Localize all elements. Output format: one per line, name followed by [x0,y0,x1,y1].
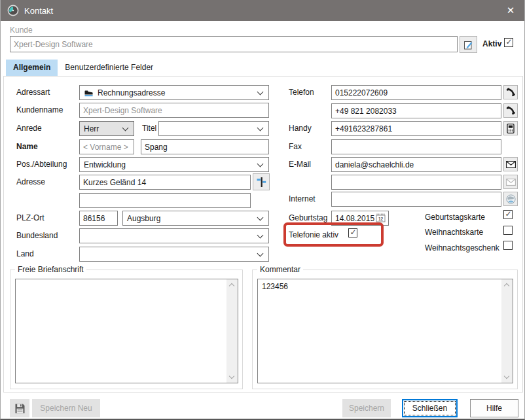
chevron-down-icon [257,125,264,131]
call-telefon1-button[interactable] [503,85,518,99]
kommentar-textarea[interactable]: 123456 [257,279,513,383]
kundenname-label: Kundenname [16,105,63,114]
briefanschrift-textarea[interactable] [15,279,238,383]
kontakt-dialog: Kontakt ✕ Kunde Aktiv Allgemein Benutzer… [0,0,525,420]
kundenname-input[interactable] [79,103,269,118]
plz-input[interactable] [79,211,118,226]
anrede-value: Herr [84,124,99,133]
chevron-down-icon [257,215,264,221]
phone-icon [505,87,516,97]
phone-icon [505,105,516,116]
signpost-icon [256,177,267,188]
chevron-down-icon [257,232,264,239]
svg-text:12: 12 [378,217,384,221]
weihnachtskarte-label: Weihnachtskarte [425,228,483,237]
scroll-down-icon [229,374,234,379]
close-icon[interactable]: ✕ [503,5,518,16]
speichern-button[interactable]: Speichern [342,399,391,417]
kunde-input[interactable] [10,36,458,52]
send-email2-button[interactable] [503,175,518,189]
anrede-label: Anrede [16,124,42,133]
kunde-label: Kunde [10,26,33,35]
schliessen-button[interactable]: Schließen [402,399,458,417]
adresse2-input[interactable] [79,193,251,208]
fax-input[interactable] [331,139,501,154]
call-handy-button[interactable] [503,121,518,135]
chevron-down-icon [257,89,264,96]
name-label: Name [16,142,38,151]
fax-label: Fax [289,142,302,151]
weihnachtsgeschenk-label: Weihnachtsgeschenk [425,243,499,253]
tab-allgemein[interactable]: Allgemein [6,60,58,76]
pos-abteilung-value: Entwicklung [84,160,126,169]
geburtstagskarte-label: Geburtstagskarte [425,213,485,222]
email-label: E-Mail [289,160,311,169]
kommentar-scrollbar[interactable] [501,279,513,383]
speichern-neu-button[interactable]: Speichern Neu [32,399,100,417]
save-icon-button[interactable] [10,399,29,417]
scroll-up-icon [229,283,234,289]
bundesland-label: Bundesland [16,231,58,240]
send-email1-button[interactable] [503,157,518,171]
adressart-value: Rechnungsadresse [98,88,165,97]
chevron-down-icon [257,161,264,167]
tab-benutzerdefinierte-felder[interactable]: Benutzerdefinierte Felder [58,60,160,76]
internet-input[interactable] [331,192,501,207]
handy-input[interactable] [331,121,501,136]
pos-abteilung-label: Pos./Abteilung [16,160,67,169]
mail-icon [506,161,516,168]
tab-strip: Allgemein Benutzerdefinierte Felder [6,60,160,76]
plz-ort-label: PLZ-Ort [16,213,45,222]
telefon1-input[interactable] [331,85,501,100]
titel-combo[interactable] [158,121,269,136]
edit-note-icon [463,39,474,50]
adresse-label: Adresse [16,177,45,186]
map-signpost-button[interactable] [253,173,270,190]
invoice-address-icon [84,88,94,97]
scroll-up-icon [504,283,509,289]
land-label: Land [16,249,34,258]
kommentar-group-title: Kommentar [257,265,303,274]
email1-input[interactable] [331,157,501,172]
weihnachtsgeschenk-checkbox[interactable] [503,241,513,250]
titlebar: Kontakt ✕ [1,0,524,21]
geburtstag-label: Geburtstag [289,213,327,222]
geburtstagskarte-checkbox[interactable] [503,210,513,219]
aktiv-label: Aktiv [482,39,501,48]
telefonie-aktiv-label: Telefonie aktiv [289,230,338,239]
app-clock-icon [7,5,19,16]
ort-combo[interactable]: Augsburg [122,211,269,226]
scroll-down-icon [504,374,509,379]
call-telefon2-button[interactable] [503,103,518,118]
aktiv-checkbox[interactable] [504,38,513,47]
window-title: Kontakt [24,6,53,16]
mail-icon [506,179,516,186]
open-website-button[interactable] [503,192,518,206]
edit-note-button[interactable] [460,36,477,53]
telefon2-input[interactable] [331,103,501,118]
adresse-input[interactable] [79,175,251,190]
adressart-label: Adressart [16,88,50,97]
weihnachtskarte-checkbox[interactable] [503,226,513,235]
vorname-input[interactable] [79,139,134,154]
bundesland-combo[interactable] [79,228,269,243]
titel-label: Titel [142,124,156,133]
anrede-combo[interactable]: Herr [79,121,134,136]
briefanschrift-scrollbar[interactable] [226,279,238,383]
land-combo[interactable] [79,247,269,262]
telefonie-aktiv-checkbox[interactable] [348,228,357,237]
briefanschrift-group-title: Freie Briefanschrift [15,265,86,274]
adressart-combo[interactable]: Rechnungsadresse [79,85,269,100]
hilfe-button[interactable]: Hilfe [470,399,518,417]
ort-value: Augsburg [127,214,160,223]
chevron-down-icon [257,251,264,257]
pos-abteilung-combo[interactable]: Entwicklung [79,157,269,172]
internet-label: Internet [289,194,316,203]
floppy-disk-icon [14,403,26,414]
nachname-input[interactable] [141,139,269,154]
calendar-icon[interactable]: 12 [376,213,386,222]
globe-icon [506,194,516,204]
email2-input[interactable] [331,175,501,190]
chevron-down-icon [122,125,129,131]
handy-label: Handy [289,124,312,133]
